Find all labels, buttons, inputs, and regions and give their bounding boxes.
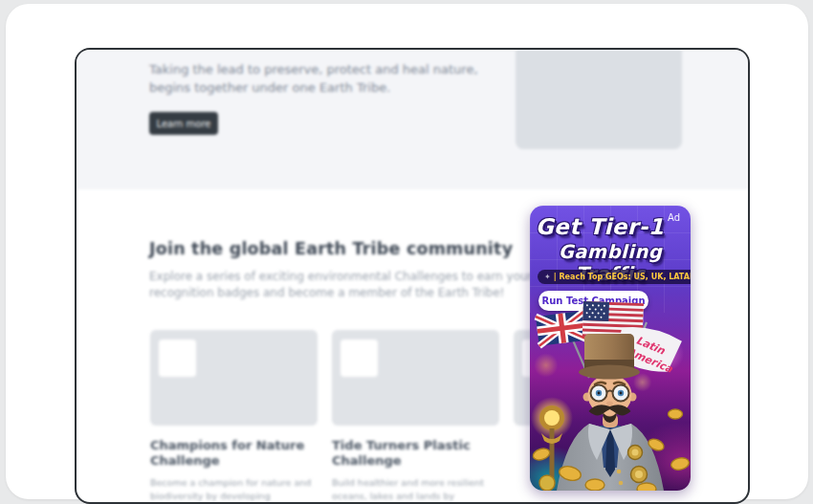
section-heading: Join the global Earth Tribe community: [149, 239, 513, 258]
hero-image-placeholder: [516, 50, 682, 149]
mockup-card: Taking the lead to preserve, protect and…: [6, 4, 808, 499]
card-title: Tide Turners Plastic Challenge: [332, 438, 499, 469]
ad-character-illustration: Latin America: [530, 301, 691, 491]
ad-banner[interactable]: Ad Get Tier-1 Gambling Traffic ✦ | Reach…: [530, 206, 691, 491]
challenge-card[interactable]: Champions for Nature Challenge Become a …: [150, 330, 318, 504]
section-subtext: Explore a series of exciting environment…: [149, 269, 533, 301]
hero-text-line1: Taking the lead to preserve, protect and…: [149, 60, 478, 78]
card-description: Become a champion for nature and biodive…: [150, 476, 318, 504]
card-image-placeholder: [332, 330, 499, 426]
uk-flag-icon: [536, 311, 588, 346]
hero-text: Taking the lead to preserve, protect and…: [149, 60, 478, 97]
geo-pill: ✦ | Reach Top GEOs: US, UK, LATAM: [538, 270, 691, 284]
card-title: Champions for Nature Challenge: [150, 438, 318, 469]
section-subtext-line1: Explore a series of exciting environment…: [149, 269, 533, 285]
hero-text-line2: begins together under one Earth Tribe.: [149, 78, 478, 97]
ad-headline-line1: Get Tier-1: [530, 214, 691, 239]
geo-text: | Reach Top GEOs: US, UK, LATAM: [554, 273, 691, 281]
card-badge: [159, 340, 196, 377]
learn-more-button[interactable]: Learn more: [149, 112, 218, 135]
section-subtext-line2: recognition badges and become a member o…: [149, 285, 533, 301]
card-description: Build healthier and more resilient ocean…: [332, 476, 499, 504]
card-image-placeholder: [150, 330, 318, 426]
challenge-card[interactable]: Tide Turners Plastic Challenge Build hea…: [332, 330, 499, 504]
card-badge: [341, 340, 378, 377]
hero-section: Taking the lead to preserve, protect and…: [77, 50, 748, 189]
sparkle-icon: ✦: [544, 273, 551, 281]
